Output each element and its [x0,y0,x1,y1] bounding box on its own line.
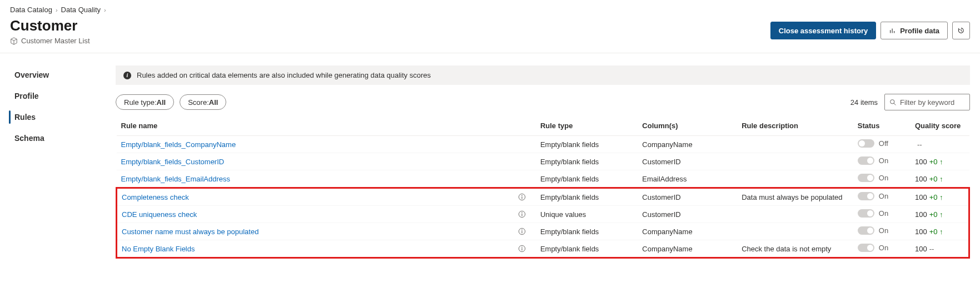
history-icon [957,27,965,34]
rule-name-link[interactable]: CDE uniqueness check [122,210,197,219]
description-cell [737,223,853,240]
info-icon[interactable] [518,193,526,201]
columns-cell: CustomerID [638,153,737,170]
rule-type-cell: Empty/blank fields [536,240,638,258]
info-icon[interactable] [518,210,526,218]
svg-point-0 [891,99,894,103]
score-cell: 100+0 ↑ [911,223,969,240]
close-assessment-history-button[interactable]: Close assessment history [770,22,876,39]
svg-point-3 [521,195,523,196]
rule-type-cell: Empty/blank fields [536,153,638,170]
status-toggle[interactable] [858,174,874,182]
status-toggle-label: On [879,209,888,218]
filter-rule-type[interactable]: Rule type: All [116,94,174,110]
table-row: Customer name must always be populatedEm… [117,223,969,240]
score-cell: -- [911,136,969,153]
description-cell: Data must always be populated [737,188,853,206]
svg-point-9 [521,230,523,231]
info-icon[interactable] [518,228,526,235]
status-toggle[interactable] [858,156,874,165]
chart-icon [889,27,897,34]
score-cell: 100+0 ↑ [911,206,969,223]
sidebar-item-rules[interactable]: Rules [14,109,111,125]
status-toggle[interactable] [858,226,874,235]
rules-table: Rule name Rule type Column(s) Rule descr… [116,116,970,259]
svg-rect-7 [521,214,522,216]
rule-type-cell: Empty/blank fields [536,188,638,206]
columns-cell: CustomerID [638,206,737,223]
columns-cell: CompanyName [638,223,737,240]
description-cell [737,170,853,188]
status-toggle[interactable] [858,192,874,200]
sidebar-item-profile[interactable]: Profile [14,88,111,104]
score-cell: 100+0 ↑ [911,153,969,170]
sidebar: Overview Profile Rules Schema [0,53,111,264]
sidebar-item-overview[interactable]: Overview [14,67,111,83]
search-icon [889,99,897,106]
chevron-right-icon: › [56,7,58,13]
sidebar-item-schema[interactable]: Schema [14,130,111,146]
svg-rect-4 [521,196,522,199]
status-toggle-label: On [879,192,888,200]
description-cell [737,206,853,223]
info-banner-text: Rules added on critical data elements ar… [137,71,431,79]
search-input[interactable] [900,98,965,107]
status-toggle[interactable] [858,244,874,252]
svg-line-1 [894,103,896,105]
status-toggle[interactable] [858,139,874,148]
rule-type-cell: Empty/blank fields [536,223,638,240]
columns-cell: CompanyName [638,136,737,153]
columns-cell: CustomerID [638,188,737,206]
table-row: No Empty Blank FieldsEmpty/blank fieldsC… [117,240,969,258]
history-icon-button[interactable] [952,22,970,39]
col-header-columns[interactable]: Column(s) [638,116,737,136]
subtitle-text: Customer Master List [21,37,90,45]
score-cell: 100+0 ↑ [911,188,969,206]
rule-name-link[interactable]: No Empty Blank Fields [122,245,195,253]
rule-name-link[interactable]: Empty/blank_fields_CompanyName [121,140,236,149]
status-toggle-label: On [879,244,888,252]
svg-rect-13 [521,248,522,250]
cube-icon [10,37,18,45]
breadcrumb-item[interactable]: Data Quality [61,6,101,14]
rule-type-cell: Empty/blank fields [536,136,638,153]
table-row: Completeness checkEmpty/blank fieldsCust… [117,188,969,206]
rule-name-link[interactable]: Empty/blank_fields_CustomerID [121,158,225,166]
status-toggle-label: Off [879,139,888,148]
svg-point-6 [521,213,523,214]
rule-type-cell: Unique values [536,206,638,223]
rule-name-link[interactable]: Completeness check [122,193,189,201]
col-header-score[interactable]: Quality score [911,116,969,136]
rule-name-link[interactable]: Customer name must always be populated [122,228,258,236]
svg-point-12 [521,247,523,248]
status-toggle[interactable] [858,209,874,218]
table-row: Empty/blank_fields_EmailAddressEmpty/bla… [117,170,969,188]
col-header-type[interactable]: Rule type [536,116,638,136]
filter-score[interactable]: Score: All [180,94,226,110]
status-toggle-label: On [879,174,888,182]
col-header-name[interactable]: Rule name [117,116,536,136]
breadcrumb: Data Catalog › Data Quality › [10,6,970,14]
score-cell: 100-- [911,240,969,258]
col-header-description[interactable]: Rule description [737,116,853,136]
chevron-right-icon: › [104,7,106,13]
table-row: Empty/blank_fields_CustomerIDEmpty/blank… [117,153,969,170]
info-banner: i Rules added on critical data elements … [116,65,970,85]
item-count: 24 items [850,98,878,107]
table-row: Empty/blank_fields_CompanyNameEmpty/blan… [117,136,969,153]
description-cell [737,153,853,170]
score-cell: 100+0 ↑ [911,170,969,188]
col-header-status[interactable]: Status [853,116,911,136]
page-title: Customer [10,17,90,34]
breadcrumb-item[interactable]: Data Catalog [10,6,52,14]
status-toggle-label: On [879,156,888,165]
columns-cell: EmailAddress [638,170,737,188]
rule-name-link[interactable]: Empty/blank_fields_EmailAddress [121,175,231,183]
svg-rect-10 [521,231,522,233]
description-cell: Check the data is not empty [737,240,853,258]
rule-type-cell: Empty/blank fields [536,170,638,188]
profile-data-button[interactable]: Profile data [880,22,948,39]
info-icon[interactable] [518,245,526,252]
columns-cell: CompanyName [638,240,737,258]
search-box[interactable] [884,94,970,110]
